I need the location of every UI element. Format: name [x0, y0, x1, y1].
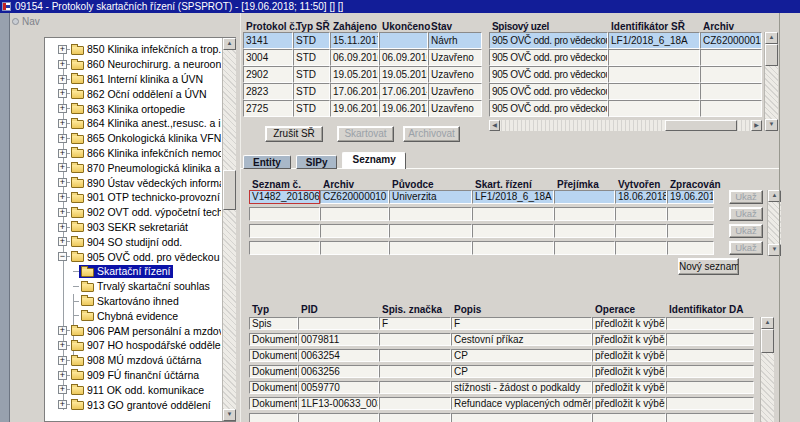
protocol-cell[interactable]	[700, 66, 762, 83]
item-cell[interactable]: Dokument	[249, 397, 298, 410]
protocol-cell[interactable]: STD	[293, 32, 330, 49]
item-cell[interactable]: F	[379, 317, 451, 330]
seznam-cell[interactable]	[554, 207, 615, 221]
item-cell[interactable]	[298, 413, 379, 422]
tree-item[interactable]: 903 SEKR sekretariát	[45, 220, 221, 235]
tree-item-content[interactable]: 850 Klinika infekčních a trop.nem.a NE	[69, 43, 221, 56]
protocol-cell[interactable]: 905 OVČ odd. pro vědeckou čin	[489, 32, 608, 49]
protocol-cell[interactable]	[608, 100, 700, 117]
ukaz-button[interactable]: Ukaž	[729, 241, 763, 255]
expand-icon[interactable]	[58, 356, 67, 365]
seznam-cell[interactable]	[615, 224, 667, 238]
tree-item-content[interactable]: Chybná evidence	[79, 309, 180, 322]
item-cell[interactable]: Spis	[249, 317, 298, 330]
tree-item[interactable]: 902 OVT odd. výpočetní techniky	[45, 205, 221, 220]
tree-item[interactable]: 865 Onkologická klinika VFN,ÚVN	[45, 131, 221, 146]
protocol-cell[interactable]	[700, 83, 762, 100]
tree-item-content[interactable]: 904 SO studijní odd.	[69, 235, 184, 248]
item-cell[interactable]	[298, 317, 379, 330]
tree-item-content[interactable]: 863 Klinika ortopedie	[69, 102, 187, 115]
item-cell[interactable]	[379, 381, 451, 394]
tree-item[interactable]: 904 SO studijní odd.	[45, 234, 221, 249]
protocol-cell[interactable]: LF1/2018_6_18A	[608, 32, 700, 49]
item-cell[interactable]: Dokument	[249, 365, 298, 378]
expand-icon[interactable]	[58, 208, 67, 217]
seznam-cell[interactable]	[389, 224, 472, 238]
protocol-cell[interactable]: 3141	[243, 32, 293, 49]
protocol-cell[interactable]: 06.09.2016	[330, 49, 379, 66]
protocol-cell[interactable]: 2725	[243, 100, 293, 117]
protocol-row[interactable]: 3004 STD 06.09.2016 06.09.2016 Uzavřeno …	[243, 49, 762, 66]
expand-icon[interactable]	[58, 237, 67, 246]
protocol-cell[interactable]: 17.06.2014	[330, 83, 379, 100]
ukaz-button[interactable]: Ukaž	[729, 207, 763, 221]
tree-item[interactable]: 870 Pneumologická klinika a TN	[45, 160, 221, 175]
tree-item[interactable]: 862 Oční oddělení a ÚVN	[45, 86, 221, 101]
expand-icon[interactable]	[58, 45, 67, 54]
seznam-cell[interactable]	[615, 207, 667, 221]
seznam-cell[interactable]	[320, 241, 389, 255]
protocol-row[interactable]: 3141 STD 15.11.2017 Návrh 905 OVČ odd. p…	[243, 32, 762, 49]
seznam-cell[interactable]: V1482_20180619	[249, 190, 320, 204]
tree-item-content[interactable]: 860 Neurochirurg. a neuroonk.klinika a	[69, 58, 221, 71]
tree-item-content[interactable]: 861 Interní klinika a ÚVN	[69, 72, 205, 85]
nav-toggle[interactable]: Nav	[12, 16, 40, 27]
protocol-cell[interactable]	[700, 100, 762, 117]
tree-item[interactable]: Skartační řízení	[45, 264, 221, 279]
item-cell[interactable]	[379, 349, 451, 362]
seznam-cell[interactable]	[667, 207, 714, 221]
tree-item[interactable]: 890 Ústav vědeckých informací	[45, 175, 221, 190]
item-cell[interactable]: Dokument	[249, 333, 298, 346]
protocol-cell[interactable]: 2823	[243, 83, 293, 100]
item-cell[interactable]: Dokument	[249, 381, 298, 394]
tree-item[interactable]: 901 OTP technicko-provozní odd.	[45, 190, 221, 205]
scroll-down-icon[interactable]: ▼	[765, 119, 778, 131]
protocols-hscrollbar-thumb[interactable]	[665, 120, 737, 131]
seznam-row[interactable]: Ukaž	[249, 224, 763, 238]
tree-item[interactable]: 907 HO hospodářské oddělení	[45, 338, 221, 353]
item-cell[interactable]: Dokument	[249, 349, 298, 362]
protocol-cell[interactable]: 905 OVČ odd. pro vědeckou čin	[489, 83, 608, 100]
scroll-up-icon[interactable]: ▲	[765, 32, 778, 44]
item-row[interactable]: Dokument 0059770 stížnosti - žádost o po…	[249, 381, 754, 394]
protocol-cell[interactable]: 17.06.2014	[379, 83, 428, 100]
items-scrollbar-thumb[interactable]	[761, 329, 774, 353]
expand-icon[interactable]	[58, 371, 67, 380]
item-cell[interactable]: předložit k výběru	[592, 349, 666, 362]
protocol-cell[interactable]: STD	[293, 66, 330, 83]
tree-item-content[interactable]: 870 Pneumologická klinika a TN	[69, 161, 221, 174]
tree-item-content[interactable]: 902 OVT odd. výpočetní techniky	[69, 206, 221, 219]
skartovat-button[interactable]: Skartovat	[337, 126, 394, 142]
expand-icon[interactable]	[58, 163, 67, 172]
tree-item-content[interactable]: 909 FÚ finanční účtárna	[69, 368, 201, 381]
tree-item-content[interactable]: 862 Oční oddělení a ÚVN	[69, 87, 209, 100]
expand-icon[interactable]	[58, 400, 67, 409]
protocol-cell[interactable]: STD	[293, 83, 330, 100]
seznam-cell[interactable]	[320, 207, 389, 221]
item-cell[interactable]	[666, 333, 754, 346]
item-cell[interactable]: 0079811	[298, 333, 379, 346]
item-cell[interactable]: F	[451, 317, 592, 330]
tree-item-content[interactable]: 908 MÚ mzdová účtárna	[69, 354, 203, 367]
item-cell[interactable]: předložit k výběru	[592, 317, 666, 330]
tree-item[interactable]: Trvalý skartační souhlas	[45, 279, 221, 294]
tree-item-content[interactable]: 866 Klinika infekčních nemocí a ÚVN	[69, 146, 221, 159]
item-row[interactable]: Dokument 0063256 CP předložit k výběru	[249, 365, 754, 378]
item-cell[interactable]: předložit k výběru	[592, 333, 666, 346]
seznam-cell[interactable]	[249, 224, 320, 238]
protocol-cell[interactable]: 15.11.2017	[330, 32, 379, 49]
tree-item-content[interactable]: 890 Ústav vědeckých informací	[69, 176, 221, 189]
seznam-cell[interactable]	[472, 224, 554, 238]
scroll-right-icon[interactable]: ▶	[751, 120, 762, 131]
seznam-cell[interactable]	[389, 207, 472, 221]
seznam-row[interactable]: V1482_20180619 CZ620000010 Univerzita LF…	[249, 190, 763, 204]
tree-item-content[interactable]: Skartováno ihned	[79, 294, 181, 307]
protocol-cell[interactable]: 905 OVČ odd. pro vědeckou čin	[489, 49, 608, 66]
ukaz-button[interactable]: Ukaž	[729, 190, 763, 204]
items-scrollbar[interactable]: ▲	[760, 317, 773, 422]
expand-icon[interactable]	[58, 326, 67, 335]
expand-icon[interactable]	[58, 60, 67, 69]
item-cell[interactable]	[666, 317, 754, 330]
seznam-cell[interactable]	[667, 241, 714, 255]
tree-item[interactable]: 911 OK odd. komunikace	[45, 382, 221, 397]
